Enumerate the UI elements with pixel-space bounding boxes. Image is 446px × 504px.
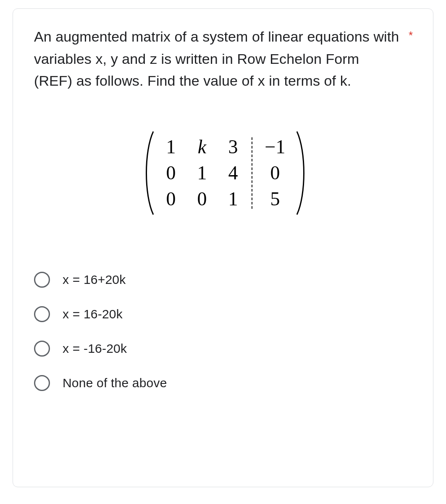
- question-card: * An augmented matrix of a system of lin…: [13, 8, 433, 487]
- matrix-cell: 1: [197, 163, 207, 183]
- matrix-cell: 5: [270, 189, 280, 209]
- matrix-cell: k: [198, 137, 206, 157]
- radio-icon[interactable]: [34, 272, 50, 288]
- left-paren-icon: [142, 130, 155, 216]
- matrix-cell: 3: [228, 137, 238, 157]
- right-paren-icon: [295, 130, 309, 216]
- matrix-cell: 1: [228, 189, 238, 209]
- option-3[interactable]: x = -16-20k: [34, 331, 416, 366]
- radio-icon[interactable]: [34, 375, 50, 391]
- option-label: x = -16-20k: [63, 341, 127, 356]
- matrix-cell: 0: [166, 163, 176, 183]
- option-label: x = 16+20k: [63, 273, 126, 287]
- radio-icon[interactable]: [34, 306, 50, 322]
- matrix-cell: 0: [166, 189, 176, 209]
- radio-icon[interactable]: [34, 341, 50, 357]
- option-4[interactable]: None of the above: [34, 366, 416, 400]
- matrix-augment: −1 0 5: [258, 134, 292, 212]
- option-2[interactable]: x = 16-20k: [34, 297, 416, 331]
- matrix-cell: 4: [228, 163, 238, 183]
- option-1[interactable]: x = 16+20k: [34, 262, 416, 297]
- required-star: *: [409, 29, 413, 42]
- option-label: x = 16-20k: [63, 307, 123, 321]
- option-label: None of the above: [63, 376, 167, 390]
- matrix-cell: 0: [270, 163, 280, 183]
- augment-divider: [252, 137, 252, 209]
- question-text: An augmented matrix of a system of linea…: [34, 26, 416, 92]
- matrix-display: 1 k 3 0 1 4 0 0 1 −1 0 5: [34, 130, 416, 216]
- matrix-cell: 0: [197, 189, 207, 209]
- matrix-cell: 1: [166, 137, 176, 157]
- matrix-coeffs: 1 k 3 0 1 4 0 0 1: [158, 134, 246, 212]
- options-group: x = 16+20k x = 16-20k x = -16-20k None o…: [34, 262, 416, 400]
- matrix-cell: −1: [265, 137, 286, 157]
